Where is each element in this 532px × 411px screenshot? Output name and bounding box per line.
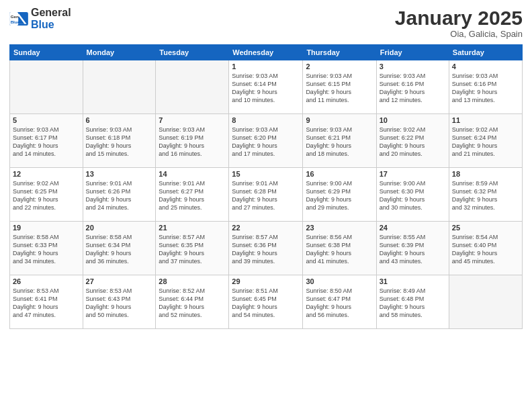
- cell-week3-day5: 17Sunrise: 9:00 AM Sunset: 6:30 PM Dayli…: [376, 168, 449, 222]
- cell-week4-day5: 24Sunrise: 8:55 AM Sunset: 6:39 PM Dayli…: [376, 222, 449, 275]
- day-number: 6: [86, 116, 153, 124]
- day-number: 11: [452, 116, 519, 124]
- day-number: 27: [86, 277, 153, 285]
- col-sunday: Sunday: [10, 45, 83, 60]
- day-number: 23: [306, 224, 373, 232]
- week-row-1: 1Sunrise: 9:03 AM Sunset: 6:14 PM Daylig…: [10, 60, 523, 114]
- day-number: 21: [159, 224, 226, 232]
- cell-week2-day1: 6Sunrise: 9:03 AM Sunset: 6:18 PM Daylig…: [83, 114, 156, 168]
- day-info: Sunrise: 9:00 AM Sunset: 6:30 PM Dayligh…: [380, 179, 446, 212]
- day-info: Sunrise: 8:53 AM Sunset: 6:41 PM Dayligh…: [13, 287, 80, 320]
- cell-week5-day0: 26Sunrise: 8:53 AM Sunset: 6:41 PM Dayli…: [10, 275, 83, 329]
- week-row-3: 12Sunrise: 9:02 AM Sunset: 6:25 PM Dayli…: [10, 168, 523, 222]
- cell-week3-day1: 13Sunrise: 9:01 AM Sunset: 6:26 PM Dayli…: [83, 168, 156, 222]
- day-info: Sunrise: 9:03 AM Sunset: 6:16 PM Dayligh…: [380, 72, 446, 105]
- cell-week2-day0: 5Sunrise: 9:03 AM Sunset: 6:17 PM Daylig…: [10, 114, 83, 168]
- cell-week1-day3: 1Sunrise: 9:03 AM Sunset: 6:14 PM Daylig…: [229, 60, 303, 114]
- day-info: Sunrise: 9:02 AM Sunset: 6:22 PM Dayligh…: [380, 126, 446, 158]
- cell-week1-day1: [83, 60, 156, 114]
- location-subtitle: Oia, Galicia, Spain: [395, 29, 523, 39]
- day-info: Sunrise: 9:01 AM Sunset: 6:27 PM Dayligh…: [159, 179, 226, 212]
- day-info: Sunrise: 8:53 AM Sunset: 6:43 PM Dayligh…: [86, 287, 153, 320]
- day-info: Sunrise: 9:03 AM Sunset: 6:15 PM Dayligh…: [306, 72, 373, 105]
- cell-week4-day4: 23Sunrise: 8:56 AM Sunset: 6:38 PM Dayli…: [303, 222, 376, 275]
- day-number: 29: [232, 277, 300, 285]
- logo-blue-text: Blue: [31, 19, 71, 31]
- logo-general-text: General: [31, 7, 71, 19]
- day-info: Sunrise: 8:49 AM Sunset: 6:48 PM Dayligh…: [380, 287, 446, 320]
- svg-text:Gen: Gen: [11, 14, 19, 19]
- cell-week5-day1: 27Sunrise: 8:53 AM Sunset: 6:43 PM Dayli…: [83, 275, 156, 329]
- cell-week3-day3: 15Sunrise: 9:01 AM Sunset: 6:28 PM Dayli…: [229, 168, 303, 222]
- day-number: 5: [13, 116, 80, 124]
- col-saturday: Saturday: [449, 45, 522, 60]
- day-info: Sunrise: 8:55 AM Sunset: 6:39 PM Dayligh…: [380, 233, 446, 266]
- logo-icon: Gen Blue: [9, 12, 28, 26]
- day-number: 4: [452, 62, 519, 71]
- cell-week4-day6: 25Sunrise: 8:54 AM Sunset: 6:40 PM Dayli…: [449, 222, 522, 275]
- cell-week1-day0: [10, 60, 83, 114]
- cell-week1-day4: 2Sunrise: 9:03 AM Sunset: 6:15 PM Daylig…: [303, 60, 376, 114]
- day-info: Sunrise: 8:52 AM Sunset: 6:44 PM Dayligh…: [159, 287, 226, 320]
- cell-week2-day4: 9Sunrise: 9:03 AM Sunset: 6:21 PM Daylig…: [303, 114, 376, 168]
- day-info: Sunrise: 9:03 AM Sunset: 6:19 PM Dayligh…: [159, 126, 226, 158]
- header: Gen Blue General Blue January 2025 Oia, …: [9, 7, 523, 39]
- day-number: 2: [306, 62, 373, 71]
- title-block: January 2025 Oia, Galicia, Spain: [395, 7, 523, 39]
- day-info: Sunrise: 9:02 AM Sunset: 6:24 PM Dayligh…: [452, 126, 519, 158]
- day-number: 10: [380, 116, 446, 124]
- week-row-5: 26Sunrise: 8:53 AM Sunset: 6:41 PM Dayli…: [10, 275, 523, 329]
- day-info: Sunrise: 9:03 AM Sunset: 6:18 PM Dayligh…: [86, 126, 153, 158]
- day-number: 24: [380, 224, 446, 232]
- day-number: 19: [13, 224, 80, 232]
- cell-week2-day5: 10Sunrise: 9:02 AM Sunset: 6:22 PM Dayli…: [376, 114, 449, 168]
- day-info: Sunrise: 8:57 AM Sunset: 6:35 PM Dayligh…: [159, 233, 226, 266]
- cell-week4-day2: 21Sunrise: 8:57 AM Sunset: 6:35 PM Dayli…: [156, 222, 229, 275]
- day-number: 28: [159, 277, 226, 285]
- cell-week5-day2: 28Sunrise: 8:52 AM Sunset: 6:44 PM Dayli…: [156, 275, 229, 329]
- day-number: 25: [452, 224, 519, 232]
- day-info: Sunrise: 9:03 AM Sunset: 6:21 PM Dayligh…: [306, 126, 373, 158]
- col-tuesday: Tuesday: [156, 45, 229, 60]
- day-info: Sunrise: 8:56 AM Sunset: 6:38 PM Dayligh…: [306, 233, 373, 266]
- cell-week5-day4: 30Sunrise: 8:50 AM Sunset: 6:47 PM Dayli…: [303, 275, 376, 329]
- day-number: 1: [232, 62, 300, 71]
- cell-week2-day2: 7Sunrise: 9:03 AM Sunset: 6:19 PM Daylig…: [156, 114, 229, 168]
- day-number: 17: [380, 170, 446, 178]
- cell-week4-day1: 20Sunrise: 8:58 AM Sunset: 6:34 PM Dayli…: [83, 222, 156, 275]
- day-number: 22: [232, 224, 300, 232]
- day-number: 14: [159, 170, 226, 178]
- day-number: 8: [232, 116, 300, 124]
- day-number: 30: [306, 277, 373, 285]
- col-thursday: Thursday: [303, 45, 376, 60]
- cell-week3-day6: 18Sunrise: 8:59 AM Sunset: 6:32 PM Dayli…: [449, 168, 522, 222]
- cell-week5-day6: [449, 275, 522, 329]
- day-number: 13: [86, 170, 153, 178]
- day-number: 15: [232, 170, 300, 178]
- logo: Gen Blue General Blue: [9, 7, 71, 30]
- cell-week2-day3: 8Sunrise: 9:03 AM Sunset: 6:20 PM Daylig…: [229, 114, 303, 168]
- cell-week1-day2: [156, 60, 229, 114]
- cell-week1-day5: 3Sunrise: 9:03 AM Sunset: 6:16 PM Daylig…: [376, 60, 449, 114]
- day-number: 12: [13, 170, 80, 178]
- month-title: January 2025: [395, 7, 523, 29]
- day-info: Sunrise: 9:03 AM Sunset: 6:17 PM Dayligh…: [13, 126, 80, 158]
- day-number: 9: [306, 116, 373, 124]
- day-number: 26: [13, 277, 80, 285]
- day-info: Sunrise: 8:50 AM Sunset: 6:47 PM Dayligh…: [306, 287, 373, 320]
- cell-week3-day2: 14Sunrise: 9:01 AM Sunset: 6:27 PM Dayli…: [156, 168, 229, 222]
- day-info: Sunrise: 9:01 AM Sunset: 6:28 PM Dayligh…: [232, 179, 300, 212]
- day-number: 20: [86, 224, 153, 232]
- cell-week4-day0: 19Sunrise: 8:58 AM Sunset: 6:33 PM Dayli…: [10, 222, 83, 275]
- col-wednesday: Wednesday: [229, 45, 303, 60]
- day-info: Sunrise: 8:58 AM Sunset: 6:34 PM Dayligh…: [86, 233, 153, 266]
- week-row-2: 5Sunrise: 9:03 AM Sunset: 6:17 PM Daylig…: [10, 114, 523, 168]
- cell-week5-day5: 31Sunrise: 8:49 AM Sunset: 6:48 PM Dayli…: [376, 275, 449, 329]
- day-info: Sunrise: 8:58 AM Sunset: 6:33 PM Dayligh…: [13, 233, 80, 266]
- day-number: 18: [452, 170, 519, 178]
- cell-week4-day3: 22Sunrise: 8:57 AM Sunset: 6:36 PM Dayli…: [229, 222, 303, 275]
- day-info: Sunrise: 8:57 AM Sunset: 6:36 PM Dayligh…: [232, 233, 300, 266]
- day-info: Sunrise: 9:03 AM Sunset: 6:16 PM Dayligh…: [452, 72, 519, 105]
- calendar-header-row: Sunday Monday Tuesday Wednesday Thursday…: [10, 45, 523, 60]
- cell-week3-day4: 16Sunrise: 9:00 AM Sunset: 6:29 PM Dayli…: [303, 168, 376, 222]
